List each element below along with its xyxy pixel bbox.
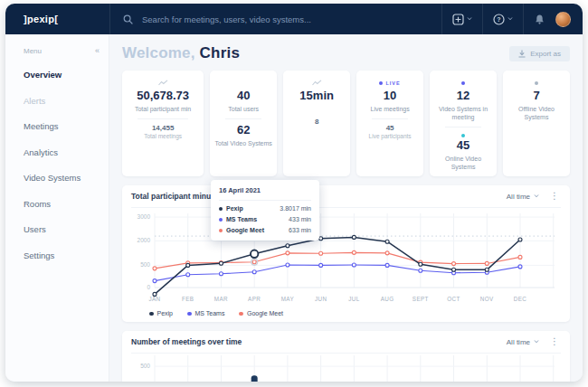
svg-text:NOV: NOV: [480, 296, 494, 302]
status-dot: [461, 81, 465, 85]
download-icon: [518, 50, 526, 58]
card-divider: [225, 118, 261, 119]
sidebar: Menu « OverviewAlertsMeetingsAnalyticsVi…: [5, 34, 109, 382]
sidebar-item-settings[interactable]: Settings: [24, 250, 100, 260]
bell-icon: [534, 14, 545, 25]
notifications-button[interactable]: [532, 14, 547, 25]
sidebar-nav: OverviewAlertsMeetingsAnalyticsVideo Sys…: [24, 70, 100, 260]
welcome-prefix: Welcome,: [122, 44, 195, 61]
sidebar-item-alerts[interactable]: Alerts: [24, 96, 100, 106]
tooltip-series-name: MS Teams: [219, 216, 257, 222]
stat-card-badge: [506, 78, 567, 88]
chart-tooltip: 16 April 2021 Pexip3.8017 minMS Teams433…: [211, 180, 319, 241]
stat-value: 12: [432, 90, 494, 103]
export-button[interactable]: Export as: [509, 46, 570, 61]
svg-text:500: 500: [140, 363, 150, 369]
sidebar-item-overview[interactable]: Overview: [24, 70, 100, 80]
legend-item-ms-teams[interactable]: MS Teams: [187, 310, 224, 316]
stat-value: 15min: [286, 90, 347, 103]
stat-secondary-label: Total meetings: [125, 133, 201, 139]
participant-minutes-line-chart: 050020003000JANFEBMARAPRMAYJUNJULAUGSEPT…: [131, 208, 562, 309]
legend-label: Google Meet: [247, 310, 283, 316]
tooltip-label: Google Meet: [226, 227, 264, 233]
time-range-label: All time: [507, 193, 530, 201]
stat-secondary-value: 45: [359, 124, 421, 132]
meetings-chart-card: Number of meetings over time All time ⋮ …: [122, 331, 570, 382]
chevron-down-icon: [534, 194, 539, 198]
stat-card-badge: [432, 132, 494, 138]
chart-legend: PexipMS TeamsGoogle Meet: [131, 309, 561, 322]
live-label: LIVE: [385, 80, 400, 86]
legend-item-google-meet[interactable]: Google Meet: [239, 310, 283, 316]
legend-label: MS Teams: [195, 310, 225, 316]
avatar[interactable]: [555, 12, 571, 27]
app-window: ]pexip[: [5, 4, 583, 382]
sidebar-item-rooms[interactable]: Rooms: [24, 199, 100, 209]
card-divider: [372, 118, 408, 119]
search-input[interactable]: [140, 14, 375, 25]
svg-text:MAR: MAR: [214, 296, 228, 302]
stat-card-1: 40Total users62Total Video Systems: [210, 71, 277, 176]
kebab-menu-icon[interactable]: ⋮: [548, 192, 561, 201]
svg-text:DEC: DEC: [514, 296, 527, 302]
legend-dot: [149, 312, 154, 316]
legend-dot: [239, 312, 243, 316]
sidebar-item-users[interactable]: Users: [24, 224, 100, 234]
tooltip-row: MS Teams433 min: [219, 216, 311, 222]
add-new-button[interactable]: [450, 14, 474, 25]
kebab-menu-icon[interactable]: ⋮: [548, 337, 561, 346]
legend-item-pexip[interactable]: Pexip: [149, 310, 173, 316]
card-divider: [138, 118, 188, 119]
search-bar[interactable]: [110, 14, 441, 25]
stat-secondary-label: Live participants: [359, 133, 421, 139]
help-menu-button[interactable]: ?: [491, 14, 515, 25]
tooltip-value: 433 min: [289, 216, 311, 222]
stat-card-badge: LIVE: [359, 78, 421, 88]
stat-secondary-value: 45: [432, 139, 494, 153]
stat-card-5: 7Offline Video Systems: [503, 71, 570, 176]
svg-text:JUN: JUN: [315, 296, 327, 302]
tooltip-date: 16 April 2021: [219, 186, 311, 201]
tooltip-dot: [219, 229, 223, 232]
status-dot: [461, 134, 465, 137]
tooltip-row: Pexip3.8017 min: [219, 205, 311, 212]
stat-label: Video Systems in meeting: [432, 105, 494, 121]
svg-text:500: 500: [140, 262, 150, 269]
time-range-filter[interactable]: All time: [507, 338, 539, 346]
stat-value: 7: [506, 90, 567, 103]
svg-text:0: 0: [147, 284, 150, 290]
stat-secondary-value: 62: [213, 124, 274, 137]
stat-secondary-label: Online Video Systems: [432, 155, 494, 171]
add-box-icon: [452, 14, 464, 25]
tooltip-value: 3.8017 min: [280, 205, 311, 212]
svg-text:OCT: OCT: [447, 296, 460, 302]
sidebar-item-video-systems[interactable]: Video Systems: [24, 173, 100, 183]
status-dot: [535, 81, 538, 85]
svg-text:?: ?: [497, 16, 500, 23]
search-icon: [123, 14, 133, 24]
stat-card-4: 12Video Systems in meeting45Online Video…: [430, 71, 497, 176]
tooltip-row: Google Meet633 min: [219, 227, 311, 233]
card-divider: [445, 127, 481, 127]
stat-card-badge: [213, 78, 274, 88]
svg-text:FEB: FEB: [182, 296, 194, 302]
stat-secondary-value: 8: [286, 118, 347, 126]
time-range-filter[interactable]: All time: [507, 193, 539, 201]
stat-value: 50,678.73: [125, 90, 201, 103]
tooltip-dot: [219, 218, 223, 222]
pexip-logo: ]pexip[: [5, 14, 109, 24]
participant-minutes-chart-card: Total participant minutes over time All …: [122, 185, 570, 322]
chart-title: Number of meetings over time: [131, 337, 242, 346]
stat-card-3: LIVE10Live meetings45Live participants: [356, 71, 423, 176]
stat-label: Offline Video Systems: [506, 105, 567, 121]
tooltip-dot: [219, 207, 223, 211]
stat-value: 40: [213, 90, 274, 103]
sidebar-item-meetings[interactable]: Meetings: [24, 121, 100, 131]
stat-card-badge: [125, 78, 201, 88]
meetings-bar-chart: 500100: [131, 354, 562, 382]
svg-text:3000: 3000: [138, 213, 151, 220]
sidebar-item-analytics[interactable]: Analytics: [24, 147, 100, 157]
trend-icon: [158, 80, 168, 86]
main-content: Welcome, Chris Export as 50,678.73Total …: [109, 34, 583, 382]
sidebar-collapse-icon[interactable]: «: [95, 46, 100, 55]
